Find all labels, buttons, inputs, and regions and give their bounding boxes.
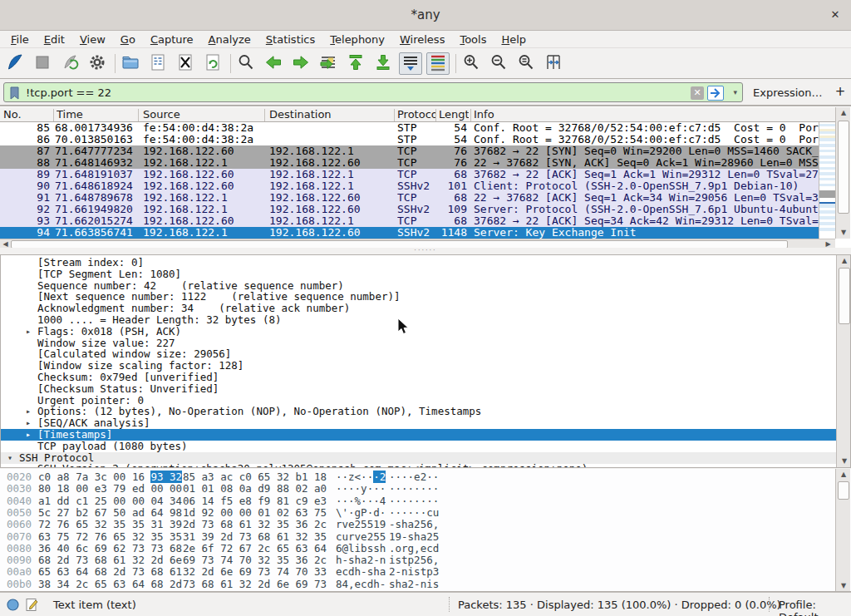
- zoom-out-button[interactable]: [487, 52, 510, 75]
- menu-view[interactable]: View: [72, 31, 113, 48]
- file-reload-button[interactable]: [201, 52, 224, 75]
- hex-bytes[interactable]: -sha256,: [389, 519, 439, 530]
- column-separator[interactable]: [138, 109, 139, 121]
- hex-bytes[interactable]: ····y···: [336, 483, 386, 495]
- hex-bytes[interactable]: sha2-nis: [389, 579, 439, 590]
- hex-bytes[interactable]: istp256,: [389, 554, 439, 566]
- menu-file[interactable]: File: [3, 31, 37, 48]
- scroll-down-icon[interactable]: ▼: [837, 456, 851, 467]
- detail-line[interactable]: Checksum: 0x79ed [unverified]: [1, 372, 836, 383]
- hex-row-0050[interactable]: 00505c 27 b2 67 50 ad 64 981d 92 00 00 0…: [0, 507, 835, 519]
- column-separator[interactable]: [470, 109, 471, 121]
- detail-line[interactable]: ▸[Timestamps]: [1, 429, 836, 441]
- menu-analyze[interactable]: Analyze: [201, 31, 258, 48]
- menu-tools[interactable]: Tools: [452, 31, 494, 48]
- hex-bytes[interactable]: \'·gP·d·: [336, 507, 386, 519]
- file-open-button[interactable]: [119, 52, 142, 75]
- hex-bytes[interactable]: ···%···4: [336, 495, 386, 507]
- menu-capture[interactable]: Capture: [143, 31, 201, 48]
- menu-statistics[interactable]: Statistics: [258, 31, 322, 48]
- find-packet-button[interactable]: [234, 52, 258, 75]
- expert-info-icon[interactable]: [7, 599, 19, 614]
- hex-bytes[interactable]: c0 a8 7a 3c 00 16 93 32: [38, 471, 182, 483]
- detail-line[interactable]: [Checksum Status: Unverified]: [1, 383, 836, 395]
- go-forward-button[interactable]: [289, 52, 312, 75]
- hex-bytes[interactable]: ecdh-sha: [336, 566, 386, 578]
- packet-row-87[interactable]: 8771.647777234192.168.122.60192.168.122.…: [0, 145, 819, 157]
- hex-offset[interactable]: 00a0: [7, 566, 32, 578]
- filter-apply-icon[interactable]: [707, 86, 724, 101]
- hex-row-0020[interactable]: 0020c0 a8 7a 3c 00 16 93 3285 a3 ac c0 6…: [0, 471, 835, 483]
- hex-bytes[interactable]: ····e2··: [389, 471, 439, 483]
- menu-edit[interactable]: Edit: [37, 31, 72, 48]
- details-vertical-scrollbar[interactable]: ▲ ▼: [836, 255, 851, 467]
- packet-list-header[interactable]: No.TimeSourceDestinationProtocolLengthIn…: [0, 107, 835, 122]
- capture-start-button[interactable]: [3, 52, 27, 75]
- hex-bytes[interactable]: 31 39 2d 73 68 61 32 35: [183, 531, 327, 543]
- hex-bytes[interactable]: ······cu: [389, 507, 439, 519]
- hex-offset[interactable]: 0040: [7, 495, 32, 507]
- hex-bytes[interactable]: ··z<···2: [336, 471, 386, 483]
- hex-bytes[interactable]: 69 73 74 70 32 35 36 2c: [183, 554, 327, 566]
- display-filter-field[interactable]: ✕ ▾: [3, 82, 743, 102]
- packet-row-85[interactable]: 8568.001734936fe:54:00:d4:38:2aSTP54Conf…: [0, 122, 819, 134]
- auto-scroll-button[interactable]: [399, 52, 422, 75]
- resize-columns-button[interactable]: [542, 52, 565, 75]
- capture-comment-icon[interactable]: [25, 598, 38, 615]
- hex-bytes[interactable]: 01 01 08 0a d9 88 02 a0: [183, 483, 327, 495]
- expander-collapsed-icon[interactable]: ▸: [26, 429, 31, 441]
- hex-row-00a0[interactable]: 00a065 63 64 68 2d 73 68 6132 2d 6e 69 7…: [0, 566, 835, 578]
- packet-list-vertical-scrollbar[interactable]: ▲ ▼: [835, 107, 850, 239]
- detail-line[interactable]: TCP payload (1080 bytes): [1, 441, 836, 452]
- details-scroll-thumb[interactable]: [839, 268, 850, 324]
- hex-bytes[interactable]: .org,ecd: [389, 543, 439, 554]
- column-separator[interactable]: [394, 109, 395, 121]
- hex-bytes[interactable]: ········: [389, 483, 439, 495]
- detail-line[interactable]: [TCP Segment Len: 1080]: [1, 269, 836, 280]
- hex-bytes[interactable]: 65 63 64 68 2d 73 68 61: [38, 566, 182, 578]
- hex-row-0070[interactable]: 007063 75 72 76 65 32 35 3531 39 2d 73 6…: [0, 531, 835, 543]
- scroll-down-icon[interactable]: ▼: [836, 227, 851, 239]
- detail-line[interactable]: 1000 .... = Header Length: 32 bytes (8): [1, 314, 836, 326]
- hex-bytes[interactable]: 1d 92 00 00 01 02 63 75: [183, 507, 327, 519]
- menu-telephony[interactable]: Telephony: [322, 31, 392, 48]
- capture-restart-button[interactable]: [58, 52, 81, 75]
- hex-bytes[interactable]: 6@libssh: [336, 543, 386, 554]
- hex-bytes[interactable]: 2e 6f 72 67 2c 65 63 64: [183, 543, 327, 554]
- hex-row-0080[interactable]: 008036 40 6c 69 62 73 73 682e 6f 72 67 2…: [0, 543, 835, 554]
- column-separator[interactable]: [53, 109, 54, 121]
- packet-list-scroll-thumb[interactable]: [838, 121, 849, 214]
- filter-bookmark-icon[interactable]: [7, 86, 22, 101]
- filter-add-button[interactable]: +: [833, 84, 848, 101]
- hex-row-00b0[interactable]: 00b038 34 2c 65 63 64 68 2d73 68 61 32 2…: [0, 579, 835, 590]
- menu-go[interactable]: Go: [113, 31, 143, 48]
- hex-bytes[interactable]: 72 76 65 32 35 35 31 39: [38, 519, 182, 530]
- hex-bytes[interactable]: 32 2d 6e 69 73 74 70 33: [183, 566, 327, 578]
- expander-collapsed-icon[interactable]: ▸: [26, 326, 31, 338]
- hex-bytes[interactable]: 2-nistp3: [389, 566, 439, 578]
- scroll-up-icon[interactable]: ▲: [837, 255, 851, 267]
- hex-scroll-thumb[interactable]: [838, 481, 849, 500]
- hex-bytes[interactable]: ········: [389, 495, 439, 507]
- hex-offset[interactable]: 0070: [7, 531, 32, 543]
- packet-row-86[interactable]: 8670.013850163fe:54:00:d4:38:2aSTP54Conf…: [0, 134, 819, 145]
- hex-offset[interactable]: 0020: [7, 471, 32, 483]
- hex-vertical-scrollbar[interactable]: ▲ ▼: [835, 469, 850, 592]
- go-to-packet-button[interactable]: [317, 52, 340, 75]
- zoom-in-button[interactable]: [460, 52, 483, 75]
- hex-bytes[interactable]: 38 34 2c 65 63 64 68 2d: [38, 579, 182, 590]
- scroll-up-icon[interactable]: ▲: [836, 469, 851, 480]
- close-icon[interactable]: ✕: [828, 7, 843, 22]
- go-bottom-button[interactable]: [371, 52, 395, 75]
- column-header-time[interactable]: Time: [57, 108, 140, 121]
- hex-bytes[interactable]: 63 75 72 76 65 32 35 35: [38, 531, 182, 543]
- hex-offset[interactable]: 00b0: [7, 579, 32, 590]
- hex-bytes[interactable]: 19-sha25: [389, 531, 439, 543]
- packet-row-89[interactable]: 8971.648191037192.168.122.60192.168.122.…: [0, 169, 819, 180]
- colorize-button[interactable]: [426, 52, 450, 75]
- packet-row-93[interactable]: 9371.662015274192.168.122.60192.168.122.…: [0, 215, 819, 227]
- packet-row-88[interactable]: 8871.648146932192.168.122.1192.168.122.6…: [0, 157, 819, 169]
- hex-bytes[interactable]: 36 40 6c 69 62 73 73 68: [38, 543, 182, 554]
- expander-collapsed-icon[interactable]: ▸: [26, 417, 31, 429]
- expression-button[interactable]: Expression…: [753, 86, 823, 99]
